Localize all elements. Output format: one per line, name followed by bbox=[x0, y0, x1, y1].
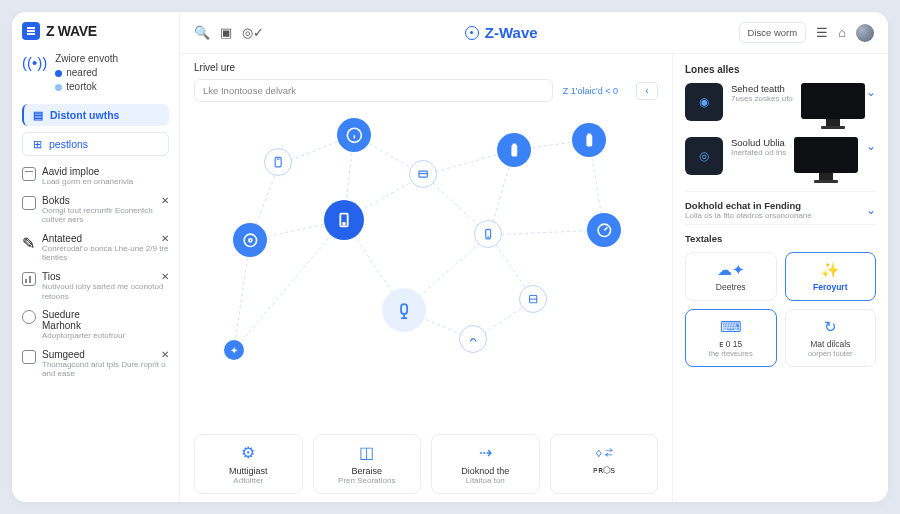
bottom-actions: ⚙MuttigiastAdtoltter ◫BeraisePren Seorat… bbox=[194, 434, 658, 494]
node-hub[interactable] bbox=[324, 200, 364, 240]
center-panel: Lrivel ure Lke Inontoose delvark Z 1'ola… bbox=[180, 54, 672, 502]
node-disc[interactable] bbox=[233, 223, 267, 257]
close-icon[interactable]: ✕ bbox=[161, 233, 169, 244]
flow-icon: ⇢ bbox=[438, 443, 533, 462]
split-icon: ◫ bbox=[320, 443, 415, 462]
section-title: Lrivel ure bbox=[194, 62, 658, 73]
box-icon bbox=[22, 196, 36, 210]
close-icon[interactable]: ✕ bbox=[161, 195, 169, 206]
remote-icon: ⌨ bbox=[692, 318, 770, 336]
monitor-icon bbox=[794, 137, 858, 181]
sidebar-category[interactable]: SumgeedThomagcond arol tpls Dure roprit … bbox=[22, 345, 169, 383]
logo-text: Z WAVE bbox=[46, 23, 97, 39]
sidebar-item-label: pestlons bbox=[49, 138, 88, 150]
device-icon bbox=[22, 350, 36, 364]
network-line2: teortok bbox=[66, 81, 97, 92]
svg-rect-32 bbox=[588, 134, 590, 136]
chart-icon bbox=[22, 272, 36, 286]
clock-icon bbox=[22, 310, 36, 324]
sidebar: Z WAVE ((•)) Zwiore envoth neared teorto… bbox=[12, 12, 180, 502]
back-button[interactable]: ‹ bbox=[636, 82, 658, 100]
device-row[interactable]: ◉ Sehed teatth7uses zoskes ufo ⌄ bbox=[685, 83, 876, 127]
node-device[interactable] bbox=[264, 148, 292, 176]
action-card[interactable]: ⚙MuttigiastAdtoltter bbox=[194, 434, 303, 494]
share-icon: ⬨⇄ bbox=[557, 443, 652, 461]
svg-point-34 bbox=[248, 238, 251, 241]
menu-icon[interactable]: ☰ bbox=[816, 25, 828, 40]
close-icon[interactable]: ✕ bbox=[161, 349, 169, 360]
svg-point-38 bbox=[488, 237, 489, 238]
action-card[interactable]: ⇢Dioknod theLitaitoa ton bbox=[431, 434, 540, 494]
right-section-title: Textales bbox=[685, 233, 876, 244]
svg-rect-2 bbox=[27, 33, 35, 35]
node-gauge[interactable] bbox=[587, 213, 621, 247]
list-icon: ▤ bbox=[32, 109, 44, 121]
app-window: Z WAVE ((•)) Zwiore envoth neared teorto… bbox=[12, 12, 888, 502]
network-graph[interactable]: ✦ bbox=[194, 110, 658, 428]
stat-chip: Z 1'olaic'd < 0 bbox=[563, 86, 618, 96]
network-line1: neared bbox=[66, 67, 97, 78]
logo: Z WAVE bbox=[22, 22, 169, 40]
tile-card[interactable]: ⌨ᴇ 0 15the rteveures bbox=[685, 309, 777, 367]
right-panel: Lones alles ◉ Sehed teatth7uses zoskes u… bbox=[672, 54, 888, 502]
svg-rect-0 bbox=[27, 27, 35, 29]
cloud-icon: ☁✦ bbox=[692, 261, 770, 279]
spark-icon: ✨ bbox=[792, 261, 870, 279]
target-icon[interactable]: ◎✓ bbox=[242, 25, 264, 40]
close-icon[interactable]: ✕ bbox=[161, 271, 169, 282]
svg-rect-29 bbox=[512, 145, 517, 155]
svg-rect-1 bbox=[27, 30, 35, 32]
device-row[interactable]: ◎ Soolud UbliaInerfated od ins ⌄ bbox=[685, 137, 876, 181]
bookmark-icon[interactable]: ▣ bbox=[220, 25, 232, 40]
home-icon[interactable]: ⌂ bbox=[838, 25, 846, 40]
device-thumb-icon: ◉ bbox=[685, 83, 723, 121]
tile-card[interactable]: ↻Mat dilcalsoorpen touter bbox=[785, 309, 877, 367]
node-card[interactable] bbox=[409, 160, 437, 188]
action-card[interactable]: ⬨⇄ᴘʀ⬡s bbox=[550, 434, 659, 494]
svg-point-33 bbox=[244, 234, 256, 246]
sidebar-category[interactable]: ✎ AntateedConrerodat'o bonca Lhe-une 2/9… bbox=[22, 229, 169, 267]
search-icon[interactable]: 🔍 bbox=[194, 25, 210, 40]
network-title: Zwiore envoth bbox=[55, 52, 118, 66]
sidebar-category[interactable]: BokdsOomgl tout recrunfir Econentch cult… bbox=[22, 191, 169, 229]
node-battery2[interactable] bbox=[572, 123, 606, 157]
discover-button[interactable]: Disce worm bbox=[739, 22, 807, 43]
tile-card[interactable]: ☁✦Deetres bbox=[685, 252, 777, 301]
node-mini[interactable]: ✦ bbox=[224, 340, 244, 360]
node-curve[interactable] bbox=[459, 325, 487, 353]
sidebar-category[interactable]: TiosNotivoud ioby sarted me oconotod ret… bbox=[22, 267, 169, 305]
network-icon: ((•)) bbox=[22, 54, 47, 94]
tile-card[interactable]: ✨Feroyurt bbox=[785, 252, 877, 301]
brand-target-icon bbox=[465, 26, 479, 40]
sliders-icon: ⚙ bbox=[201, 443, 296, 462]
right-title: Lones alles bbox=[685, 64, 876, 75]
monitor-icon bbox=[801, 83, 865, 127]
node-panel[interactable] bbox=[519, 285, 547, 313]
sidebar-category[interactable]: Aavid imploeLoad gorm en ornanerivla bbox=[22, 162, 169, 191]
avatar[interactable] bbox=[856, 24, 874, 42]
grid-icon: ⊞ bbox=[31, 138, 43, 150]
sidebar-category[interactable]: Suedure MarhonkAdoptorparter eotofrour bbox=[22, 305, 169, 345]
chevron-down-icon[interactable]: ⌄ bbox=[866, 203, 876, 217]
chevron-down-icon[interactable]: ⌄ bbox=[866, 139, 876, 153]
sidebar-item-active[interactable]: ▤ Distont uwths bbox=[22, 104, 169, 126]
sidebar-item-secondary[interactable]: ⊞ pestlons bbox=[22, 132, 169, 156]
node-info[interactable] bbox=[337, 118, 371, 152]
sidebar-item-label: Distont uwths bbox=[50, 109, 119, 121]
sync-icon: ↻ bbox=[792, 318, 870, 336]
topbar: 🔍 ▣ ◎✓ Z-Wave Disce worm ☰ ⌂ bbox=[180, 12, 888, 54]
svg-rect-31 bbox=[587, 135, 592, 145]
pencil-icon: ✎ bbox=[22, 234, 36, 248]
main-area: 🔍 ▣ ◎✓ Z-Wave Disce worm ☰ ⌂ Lrivel ure … bbox=[180, 12, 888, 502]
svg-point-36 bbox=[343, 223, 345, 225]
node-phone[interactable] bbox=[474, 220, 502, 248]
right-section-title: Dokhold echat in Fending bbox=[685, 200, 812, 211]
logo-badge-icon bbox=[22, 22, 40, 40]
svg-rect-40 bbox=[401, 304, 407, 314]
search-input[interactable]: Lke Inontoose delvark bbox=[194, 79, 553, 102]
node-battery[interactable] bbox=[497, 133, 531, 167]
chevron-down-icon[interactable]: ⌄ bbox=[866, 85, 876, 99]
action-card[interactable]: ◫BeraisePren Seorations bbox=[313, 434, 422, 494]
network-summary: ((•)) Zwiore envoth neared teortok bbox=[22, 52, 169, 94]
node-sensor[interactable] bbox=[382, 288, 426, 332]
